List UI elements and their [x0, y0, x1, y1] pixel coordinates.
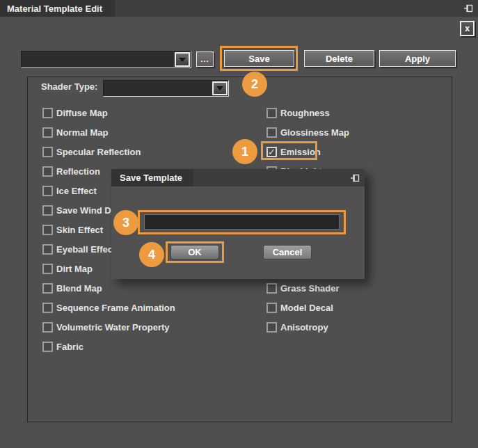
checkbox[interactable]: [42, 225, 53, 235]
checkbox-label: Model Decal: [280, 303, 333, 313]
checkbox[interactable]: [266, 283, 277, 294]
checkbox[interactable]: [42, 108, 53, 118]
checkbox-label: Eyeball Effect: [56, 244, 115, 255]
step-1-badge: 1: [232, 139, 257, 164]
checkbox[interactable]: [42, 283, 53, 294]
checkbox[interactable]: [42, 342, 53, 352]
checkbox-row-roughness[interactable]: Roughness: [266, 107, 330, 119]
checkbox[interactable]: [42, 166, 53, 177]
checkbox[interactable]: [42, 127, 53, 138]
checkbox-row-reflection[interactable]: Reflection: [42, 166, 100, 177]
checkbox[interactable]: [42, 303, 53, 313]
template-name-input[interactable]: [144, 214, 340, 230]
close-button[interactable]: x: [460, 21, 475, 36]
checkbox-label: Save Wind Dat: [56, 205, 119, 216]
pin-icon[interactable]: [463, 3, 473, 13]
checkbox-label: Glossiness Map: [280, 127, 349, 138]
checkbox[interactable]: [42, 186, 53, 196]
window-title: Material Template Edit: [7, 3, 102, 14]
checkbox-label: Emission: [280, 147, 321, 157]
checkbox[interactable]: [42, 322, 53, 333]
highlight-rect-save: [220, 46, 298, 71]
checkbox-row-fabric[interactable]: Fabric: [42, 341, 83, 353]
checkbox-label: Fabric: [56, 342, 83, 352]
checkbox[interactable]: [266, 322, 277, 333]
checkbox-label: Grass Shader: [280, 283, 340, 294]
delete-button[interactable]: Delete: [304, 50, 374, 67]
checkbox[interactable]: [266, 303, 277, 313]
cancel-button[interactable]: Cancel: [263, 245, 312, 259]
material-template-edit-window: Material Template Edit x ... Save Delete…: [0, 0, 478, 448]
step-4-badge: 4: [139, 242, 164, 267]
window-title-tab: Material Template Edit: [0, 0, 115, 17]
checkbox-label: Diffuse Map: [56, 108, 108, 118]
checkbox-label: Ice Effect: [56, 186, 97, 196]
step-2-badge: 2: [242, 72, 267, 97]
dialog-titlebar: Save Template: [111, 169, 365, 186]
checkbox-row-glossiness-map[interactable]: Glossiness Map: [266, 127, 349, 138]
checkbox-row-blend-map[interactable]: Blend Map: [42, 282, 102, 294]
template-select[interactable]: [21, 51, 191, 68]
checkbox[interactable]: [266, 108, 277, 118]
checkbox-label: Skin Effect: [56, 225, 103, 235]
ok-button[interactable]: OK: [170, 245, 219, 259]
pin-icon[interactable]: [350, 173, 360, 183]
checkbox-label: Blend Map: [56, 283, 102, 294]
checkbox-row-diffuse-map[interactable]: Diffuse Map: [42, 107, 108, 119]
dialog-title-tab: Save Template: [111, 169, 193, 186]
checkbox-row-sequence-frame-animation[interactable]: Sequence Frame Animation: [42, 302, 175, 314]
checkbox[interactable]: [42, 147, 53, 157]
dialog-title: Save Template: [120, 173, 182, 183]
shader-type-label: Shader Type:: [41, 81, 97, 92]
checkbox[interactable]: [42, 244, 53, 255]
checkbox-row-dirt-map[interactable]: Dirt Map: [42, 263, 93, 275]
checkbox-label: Specular Reflection: [56, 147, 141, 157]
checkbox-row-save-wind-dat[interactable]: Save Wind Dat: [42, 205, 119, 216]
checkbox-checked[interactable]: [266, 147, 277, 157]
checkbox-row-grass-shader[interactable]: Grass Shader: [266, 282, 340, 294]
checkbox-row-skin-effect[interactable]: Skin Effect: [42, 224, 103, 236]
checkbox[interactable]: [42, 264, 53, 274]
checkbox-row-eyeball-effect[interactable]: Eyeball Effect: [42, 243, 115, 255]
step-3-badge: 3: [113, 210, 138, 235]
checkbox-label: Dirt Map: [56, 264, 93, 274]
checkbox-row-ice-effect[interactable]: Ice Effect: [42, 185, 97, 197]
checkbox[interactable]: [42, 205, 53, 216]
checkbox-row-specular-reflection[interactable]: Specular Reflection: [42, 146, 141, 158]
checkbox-row-volumetric-water-property[interactable]: Volumetric Water Property: [42, 321, 170, 333]
shader-type-select[interactable]: [103, 80, 229, 97]
checkbox-label: Reflection: [56, 166, 100, 177]
checkbox-label: Volumetric Water Property: [56, 322, 170, 333]
chevron-down-icon[interactable]: [212, 81, 228, 95]
checkbox[interactable]: [266, 127, 277, 138]
checkbox-row-model-decal[interactable]: Model Decal: [266, 302, 333, 314]
checkbox-label: Sequence Frame Animation: [56, 303, 175, 313]
checkbox-row-anisotropy[interactable]: Anisotropy: [266, 321, 328, 333]
apply-button[interactable]: Apply: [379, 50, 456, 67]
checkbox-label: Anisotropy: [280, 322, 328, 333]
browse-button[interactable]: ...: [196, 51, 214, 67]
checkbox-row-emission[interactable]: Emission: [266, 146, 321, 158]
checkbox-label: Normal Map: [56, 127, 108, 138]
chevron-down-icon[interactable]: [175, 52, 190, 67]
checkbox-label: Roughness: [280, 108, 330, 118]
window-titlebar: Material Template Edit: [0, 0, 478, 17]
checkbox-row-normal-map[interactable]: Normal Map: [42, 127, 108, 138]
